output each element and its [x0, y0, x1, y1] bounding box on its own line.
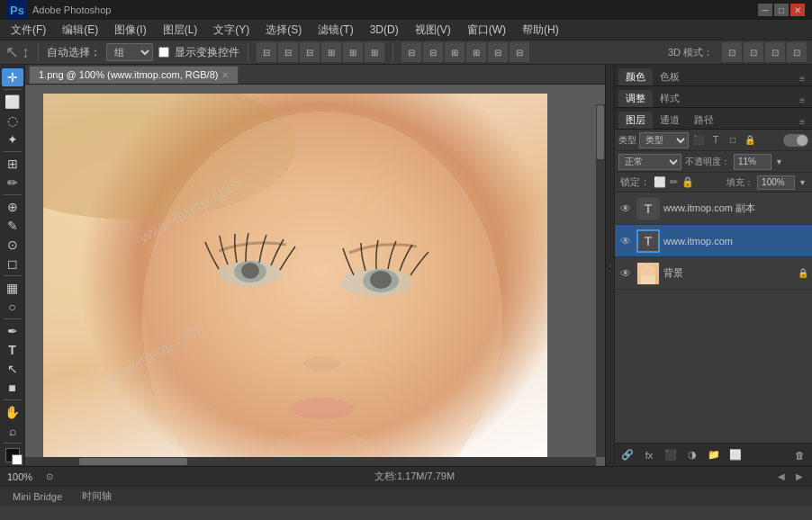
tool-eyedropper[interactable]: ✏ [2, 174, 23, 192]
tab-channels[interactable]: 通道 [653, 112, 687, 129]
delete-layer-button[interactable]: 🗑 [790, 446, 808, 464]
new-layer-button[interactable]: ⬜ [726, 446, 744, 464]
status-nav-prev[interactable]: ◀ [776, 471, 787, 481]
filter-icon-4[interactable]: 🔒 [743, 133, 757, 148]
layer-item-background[interactable]: 👁 背景 🔒 [615, 257, 812, 290]
filter-icon-3[interactable]: □ [726, 133, 740, 148]
layer-eye-2[interactable]: 👁 [618, 234, 633, 248]
three-d-icon-2[interactable]: ⊡ [744, 42, 763, 62]
tab-mini-bridge[interactable]: Mini Bridge [4, 489, 71, 504]
add-fx-button[interactable]: fx [640, 446, 658, 464]
dist-center-v-icon[interactable]: ⊞ [466, 42, 486, 62]
tool-clone[interactable]: ⊙ [2, 236, 23, 254]
layer-eye-3[interactable]: 👁 [618, 266, 633, 281]
tool-spot-heal[interactable]: ⊕ [2, 198, 23, 216]
align-center-h-icon[interactable]: ⊟ [278, 42, 298, 62]
dist-v-icon[interactable]: ⊟ [423, 42, 443, 62]
three-d-icon-1[interactable]: ⊡ [722, 42, 742, 62]
tool-select-rect[interactable]: ⬜ [2, 93, 23, 111]
tool-hand[interactable]: ✋ [2, 403, 23, 421]
color-panel-menu[interactable]: ≡ [796, 72, 808, 85]
align-right-icon[interactable]: ⊟ [300, 42, 320, 62]
menu-layer[interactable]: 图层(L) [156, 21, 205, 40]
menu-edit[interactable]: 编辑(E) [55, 21, 105, 40]
filter-icon-2[interactable]: T [708, 133, 723, 148]
tool-path-select[interactable]: ↖ [2, 360, 23, 378]
menu-help[interactable]: 帮助(H) [515, 21, 566, 40]
menu-text[interactable]: 文字(Y) [206, 21, 257, 40]
tool-eraser[interactable]: ◻ [2, 255, 23, 273]
menu-filter[interactable]: 滤镜(T) [311, 21, 360, 40]
foreground-color[interactable] [5, 448, 20, 462]
tool-type[interactable]: T [2, 341, 23, 359]
layers-panel-menu[interactable]: ≡ [796, 115, 808, 129]
status-nav-next[interactable]: ▶ [794, 471, 805, 481]
fill-arrow[interactable]: ▼ [798, 178, 807, 187]
canvas-scrollbar-horizontal[interactable] [25, 457, 596, 466]
tool-dodge[interactable]: ○ [2, 298, 23, 316]
lock-position-icon[interactable]: ✏ [670, 176, 678, 188]
tab-style[interactable]: 样式 [653, 90, 687, 107]
scrollbar-thumb-vertical[interactable] [597, 105, 604, 159]
three-d-icon-4[interactable]: ⊡ [787, 42, 807, 62]
layer-eye-1[interactable]: 👁 [618, 202, 633, 216]
align-center-v-icon[interactable]: ⊞ [343, 42, 363, 62]
document-tab[interactable]: 1.png @ 100% (www.itmop.com, RGB/8) ✕ [29, 66, 239, 84]
tab-paths[interactable]: 路径 [687, 112, 721, 129]
dist-bottom-icon[interactable]: ⊟ [510, 42, 529, 62]
fill-value[interactable]: 100% [757, 175, 795, 190]
tool-gradient[interactable]: ▦ [2, 279, 23, 297]
canvas-scroll-area[interactable]: www.itmop.com www.itmop.com [25, 85, 605, 466]
align-top-icon[interactable]: ⊞ [321, 42, 341, 62]
background-color[interactable] [12, 454, 23, 465]
dist-h-icon[interactable]: ⊟ [401, 42, 421, 62]
align-bottom-icon[interactable]: ⊞ [365, 42, 384, 62]
menu-image[interactable]: 图像(I) [107, 21, 153, 40]
canvas-scrollbar-vertical[interactable] [596, 104, 605, 457]
tab-timeline[interactable]: 时间轴 [73, 488, 121, 505]
menu-3d[interactable]: 3D(D) [363, 22, 406, 38]
tab-swatches[interactable]: 色板 [653, 68, 687, 85]
opacity-arrow[interactable]: ▼ [775, 157, 783, 166]
tab-adjust[interactable]: 调整 [618, 90, 653, 107]
scrollbar-thumb-horizontal[interactable] [79, 458, 187, 465]
layer-item-text[interactable]: 👁 T www.itmop.com [615, 225, 812, 257]
lock-pixels-icon[interactable]: ⬜ [654, 176, 666, 188]
adjustment-button[interactable]: ◑ [683, 446, 701, 464]
auto-select-dropdown[interactable]: 组 图层 [106, 43, 153, 61]
tool-move[interactable]: ✛ [2, 68, 23, 86]
tool-crop[interactable]: ⊞ [2, 155, 23, 173]
show-transform-checkbox[interactable] [158, 47, 169, 58]
maximize-button[interactable]: □ [774, 4, 789, 16]
close-button[interactable]: ✕ [790, 4, 805, 16]
filter-toggle[interactable] [783, 134, 808, 147]
status-icon-1[interactable]: ⊙ [46, 471, 53, 481]
lock-all-icon[interactable]: 🔒 [681, 176, 694, 188]
tool-lasso[interactable]: ◌ [2, 112, 23, 130]
collapse-handle[interactable]: › [605, 65, 614, 466]
menu-select[interactable]: 选择(S) [258, 21, 309, 40]
new-group-button[interactable]: 📁 [705, 446, 723, 464]
blend-mode-select[interactable]: 正常 溶解 正片叠底 [618, 154, 681, 170]
adjust-panel-menu[interactable]: ≡ [796, 94, 808, 107]
add-mask-button[interactable]: ⬛ [662, 446, 680, 464]
dist-right-icon[interactable]: ⊟ [488, 42, 508, 62]
tab-layers[interactable]: 图层 [618, 112, 653, 129]
tab-color[interactable]: 颜色 [618, 68, 653, 85]
menu-window[interactable]: 窗口(W) [460, 21, 513, 40]
filter-type-select[interactable]: 类型 [639, 132, 689, 148]
opacity-value[interactable]: 11% [734, 154, 771, 170]
layer-item-text-copy[interactable]: 👁 T www.itmop.com 副本 [615, 193, 812, 225]
align-left-icon[interactable]: ⊟ [257, 42, 276, 62]
tool-pen[interactable]: ✒ [2, 322, 23, 340]
dist-center-h-icon[interactable]: ⊞ [445, 42, 465, 62]
tool-magic-wand[interactable]: ✦ [2, 130, 23, 148]
tool-brush[interactable]: ✎ [2, 217, 23, 235]
link-layers-button[interactable]: 🔗 [618, 446, 636, 464]
menu-view[interactable]: 视图(V) [408, 21, 458, 40]
filter-icon-1[interactable]: ⬛ [691, 133, 706, 148]
minimize-button[interactable]: ─ [758, 4, 772, 16]
menu-file[interactable]: 文件(F) [4, 21, 53, 40]
tool-shape[interactable]: ■ [2, 379, 23, 397]
three-d-icon-3[interactable]: ⊡ [765, 42, 785, 62]
